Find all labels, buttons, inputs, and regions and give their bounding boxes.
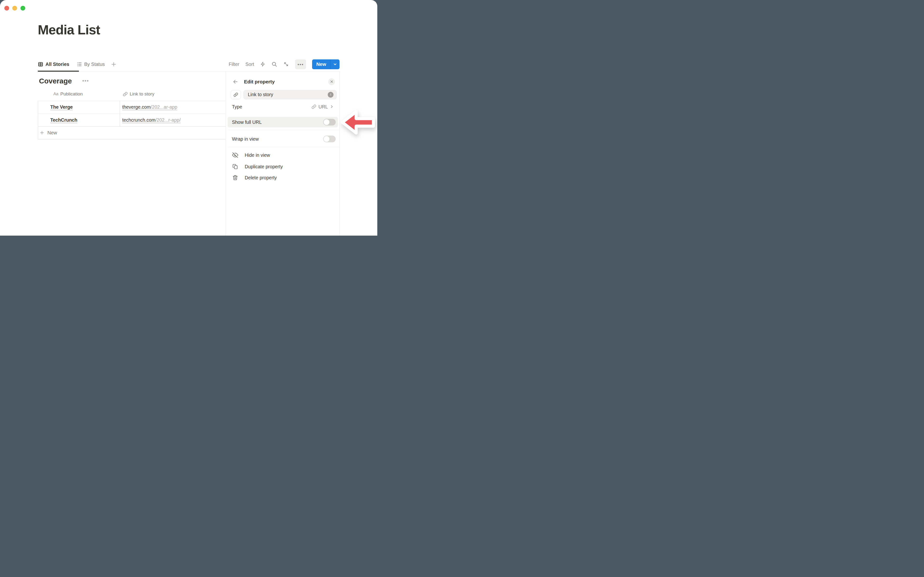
screenshot-canvas: Media List All Stories [0, 0, 377, 235]
table-left-edge [38, 101, 38, 139]
lightning-icon[interactable] [260, 61, 265, 67]
new-row-button[interactable]: New [39, 130, 57, 135]
plus-icon [39, 130, 45, 135]
database-menu-button[interactable]: ••• [82, 78, 89, 84]
toggle-knob [324, 136, 330, 142]
show-full-url-toggle[interactable] [323, 119, 336, 126]
cell-publication[interactable]: The Verge [50, 104, 73, 110]
trash-icon [232, 174, 238, 181]
panel-divider [228, 130, 339, 130]
column-header-publication[interactable]: Aa Publication [53, 91, 83, 97]
filter-button[interactable]: Filter [229, 61, 239, 67]
type-value: URL [318, 104, 328, 110]
red-arrow-annotation [340, 108, 376, 137]
duplicate-icon [232, 163, 238, 169]
back-button[interactable] [232, 79, 239, 85]
edit-property-panel: Edit property Type [226, 71, 340, 236]
eye-off-icon [232, 152, 238, 158]
database-title: Coverage [39, 77, 72, 85]
add-view-button[interactable] [111, 61, 117, 67]
tab-all-stories[interactable]: All Stories [38, 61, 69, 67]
menu-item-label: Duplicate property [245, 164, 283, 169]
ellipsis-icon: ••• [297, 62, 304, 67]
row-divider [38, 113, 226, 114]
close-panel-button[interactable] [328, 78, 335, 85]
cell-publication[interactable]: TechCrunch [50, 117, 77, 123]
plus-icon [111, 61, 117, 67]
arrow-left-sticker-icon [340, 108, 376, 137]
search-icon[interactable] [271, 61, 277, 67]
new-button[interactable]: New [312, 60, 330, 69]
more-options-button[interactable]: ••• [295, 60, 306, 69]
link-icon [123, 92, 128, 97]
cell-link[interactable]: techcrunch.com/202...r-app/ [122, 117, 181, 123]
type-row-label: Type [232, 104, 242, 110]
new-row-label: New [47, 130, 57, 135]
url-truncated: /202...ar-app [151, 104, 177, 110]
app-window: Media List All Stories [0, 0, 377, 235]
chevron-down-icon [333, 62, 337, 66]
cell-link[interactable]: theverge.com/202...ar-app [122, 104, 177, 110]
property-name-input[interactable] [248, 92, 328, 97]
list-icon [76, 61, 82, 67]
property-name-field[interactable] [244, 90, 337, 99]
new-button-dropdown[interactable] [331, 60, 339, 69]
toggle-knob [324, 119, 330, 125]
column-divider [120, 101, 120, 126]
toolbar-actions: Filter Sort •• [229, 60, 339, 69]
row-divider [38, 139, 226, 139]
tab-label: By Status [84, 61, 105, 67]
close-window-button[interactable] [4, 6, 9, 11]
info-glyph [329, 93, 332, 96]
property-type-icon-button[interactable] [231, 90, 241, 99]
chevron-right-icon [330, 105, 334, 109]
link-icon [233, 92, 238, 97]
panel-divider [228, 147, 339, 147]
show-full-url-label: Show full URL [232, 119, 262, 125]
view-tabs: All Stories By Status [38, 57, 117, 71]
expand-icon[interactable] [283, 61, 289, 67]
active-tab-underline [38, 71, 79, 72]
tab-label: All Stories [45, 61, 69, 67]
url-domain: techcrunch.com [122, 117, 155, 122]
wrap-in-view-label: Wrap in view [232, 136, 258, 142]
tab-by-status[interactable]: By Status [76, 61, 105, 67]
table-icon [38, 61, 43, 67]
url-domain: theverge.com [122, 104, 151, 110]
wrap-in-view-toggle[interactable] [323, 135, 336, 142]
text-type-icon: Aa [53, 92, 58, 97]
new-split-button: New [312, 60, 339, 69]
column-header-link[interactable]: Link to story [123, 91, 154, 97]
sort-button[interactable]: Sort [246, 61, 254, 67]
link-icon [311, 104, 317, 109]
arrow-left-icon [232, 79, 239, 85]
menu-item-label: Delete property [245, 175, 277, 180]
minimize-window-button[interactable] [12, 6, 17, 11]
info-icon[interactable] [328, 92, 333, 98]
zoom-window-button[interactable] [21, 6, 25, 11]
url-truncated: /202...r-app/ [155, 117, 181, 122]
row-divider [38, 101, 226, 101]
menu-item-label: Hide in view [245, 152, 270, 158]
panel-title: Edit property [244, 79, 275, 85]
view-toolbar: All Stories By Status [38, 57, 339, 71]
close-icon [330, 80, 333, 84]
column-label: Publication [60, 91, 83, 97]
page-title: Media List [38, 23, 100, 37]
row-divider [38, 126, 226, 127]
type-row-value[interactable]: URL [311, 104, 333, 110]
column-label: Link to story [130, 91, 154, 97]
